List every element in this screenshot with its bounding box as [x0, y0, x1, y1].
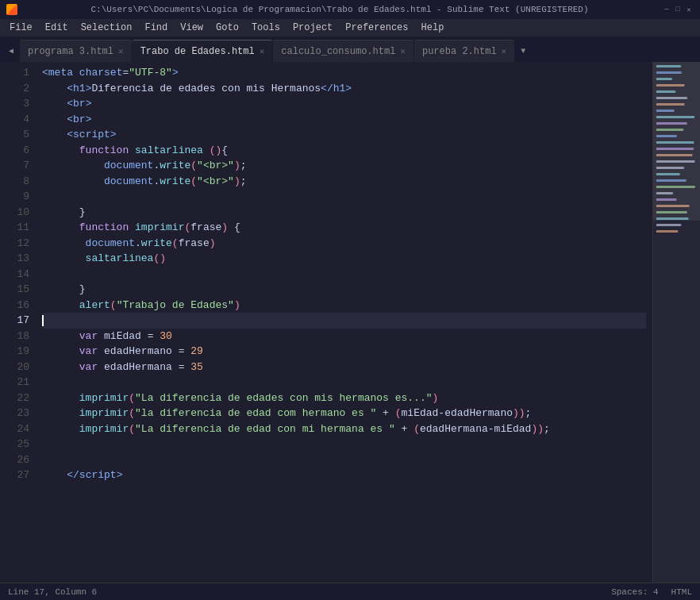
window-controls[interactable]: ─ □ ✕	[662, 5, 694, 14]
menu-item-view[interactable]: View	[174, 21, 210, 35]
cursor-position: Line 17, Column 6	[8, 587, 97, 597]
menu-item-preferences[interactable]: Preferences	[339, 21, 414, 35]
code-line-24: imprimir("La diferencia de edad con mi h…	[42, 421, 646, 437]
tab-programa-3-html[interactable]: programa 3.html✕	[20, 40, 132, 62]
maximize-button[interactable]: □	[673, 5, 683, 14]
code-line-1: <meta charset="UTF-8">	[42, 65, 646, 81]
menu-item-edit[interactable]: Edit	[39, 21, 75, 35]
tab-pureba-2-html[interactable]: pureba 2.html✕	[414, 40, 514, 62]
code-line-17	[42, 313, 646, 329]
line-num-9: 9	[3, 189, 29, 205]
code-line-21	[42, 375, 646, 390]
code-line-27: </script>	[42, 467, 646, 483]
line-num-20: 20	[3, 360, 29, 375]
tab-calculo-consumo-html[interactable]: calculo_consumo.html✕	[273, 40, 413, 62]
menu-item-file[interactable]: File	[3, 21, 39, 35]
tab-trabo-de-edades-html[interactable]: Trabo de Edades.html✕	[133, 40, 273, 62]
menu-item-find[interactable]: Find	[138, 21, 174, 35]
code-line-14	[42, 267, 646, 283]
code-line-7: document.write("<br>");	[42, 158, 646, 174]
line-num-7: 7	[3, 158, 29, 174]
line-num-27: 27	[3, 467, 29, 483]
code-line-12: document.write(frase)	[42, 236, 646, 252]
line-num-15: 15	[3, 282, 29, 298]
line-num-23: 23	[3, 406, 29, 421]
line-num-12: 12	[3, 236, 29, 252]
line-num-5: 5	[3, 127, 29, 143]
code-line-26	[42, 452, 646, 468]
title-bar: C:\Users\PC\Documents\Logica de Programa…	[0, 0, 700, 19]
code-line-2: <h1>Diferencia de edades con mis Hermano…	[42, 81, 646, 97]
minimap	[652, 62, 700, 583]
menu-bar: FileEditSelectionFindViewGotoToolsProjec…	[0, 19, 700, 37]
line-num-25: 25	[3, 437, 29, 452]
code-line-19: var edadHermano = 29	[42, 344, 646, 360]
editor: 1234567891011121314151617181920212223242…	[0, 62, 700, 583]
code-line-18: var miEdad = 30	[42, 329, 646, 344]
code-line-13: saltarlinea()	[42, 251, 646, 267]
code-line-11: function imprimir(frase) {	[42, 220, 646, 236]
menu-item-goto[interactable]: Goto	[210, 21, 245, 35]
code-line-22: imprimir("La diferencia de edades con mi…	[42, 390, 646, 406]
line-num-13: 13	[3, 251, 29, 267]
app-icon	[6, 4, 17, 15]
line-num-21: 21	[3, 375, 29, 390]
code-line-23: imprimir("la diferencia de edad com herm…	[42, 406, 646, 421]
code-line-5: <script>	[42, 127, 646, 143]
line-num-3: 3	[3, 96, 29, 112]
line-num-17: 17	[3, 313, 29, 329]
code-line-9	[42, 189, 646, 205]
line-num-6: 6	[3, 143, 29, 159]
line-num-26: 26	[3, 452, 29, 468]
cursor	[42, 315, 44, 326]
indentation: Spaces: 4	[611, 587, 658, 597]
line-num-16: 16	[3, 298, 29, 313]
tab-nav-left[interactable]: ◀	[3, 40, 19, 62]
line-num-8: 8	[3, 174, 29, 190]
menu-item-project[interactable]: Project	[287, 21, 339, 35]
menu-item-selection[interactable]: Selection	[75, 21, 139, 35]
menu-item-help[interactable]: Help	[415, 21, 451, 35]
code-line-8: document.write("<br>");	[42, 174, 646, 190]
code-line-20: var edadHermana = 35	[42, 360, 646, 375]
status-left: Line 17, Column 6	[8, 587, 97, 597]
syntax-label: HTML	[671, 587, 692, 597]
code-line-10: }	[42, 205, 646, 221]
tab-bar: ◀ programa 3.html✕Trabo de Edades.html✕c…	[0, 37, 700, 62]
tab-nav-right[interactable]: ▼	[515, 40, 531, 62]
minimize-button[interactable]: ─	[662, 5, 671, 14]
close-button[interactable]: ✕	[684, 5, 694, 14]
line-num-22: 22	[3, 390, 29, 406]
menu-item-tools[interactable]: Tools	[245, 21, 287, 35]
line-num-24: 24	[3, 421, 29, 437]
line-num-11: 11	[3, 220, 29, 236]
code-line-15: }	[42, 282, 646, 298]
title-text: C:\Users\PC\Documents\Logica de Programa…	[22, 5, 657, 14]
status-bar: Line 17, Column 6 Spaces: 4 HTML	[0, 583, 700, 600]
status-right: Spaces: 4 HTML	[611, 587, 692, 597]
line-num-1: 1	[3, 65, 29, 81]
code-line-4: <br>	[42, 112, 646, 128]
line-num-19: 19	[3, 344, 29, 360]
code-line-3: <br>	[42, 96, 646, 112]
line-num-14: 14	[3, 267, 29, 283]
line-num-10: 10	[3, 205, 29, 221]
line-numbers: 1234567891011121314151617181920212223242…	[0, 62, 36, 583]
code-area[interactable]: <meta charset="UTF-8"> <h1>Diferencia de…	[36, 62, 652, 583]
code-line-6: function saltarlinea (){	[42, 143, 646, 159]
line-num-18: 18	[3, 329, 29, 344]
line-num-4: 4	[3, 112, 29, 128]
line-num-2: 2	[3, 81, 29, 97]
code-line-25	[42, 437, 646, 452]
code-line-16: alert("Trabajo de Edades")	[42, 298, 646, 313]
